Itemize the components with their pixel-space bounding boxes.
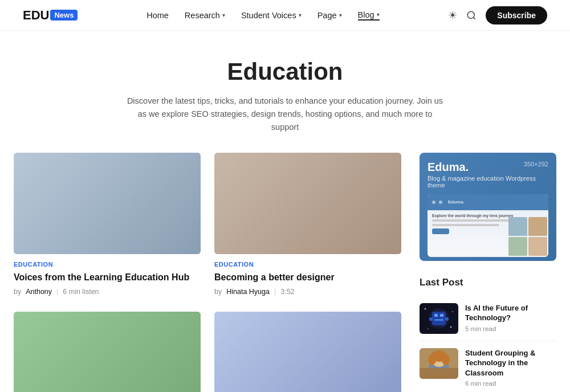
- article-meta: by Anthony | 6 min listen: [14, 288, 201, 296]
- svg-rect-36: [222, 312, 393, 392]
- svg-point-18: [266, 180, 282, 196]
- svg-rect-12: [39, 220, 176, 223]
- last-post-image: [420, 348, 458, 379]
- last-post-heading: Last Post: [420, 277, 556, 288]
- logo-edu-text: EDU: [23, 8, 49, 23]
- svg-point-67: [428, 354, 436, 365]
- svg-point-22: [346, 181, 361, 195]
- svg-rect-25: [22, 312, 193, 392]
- svg-rect-37: [222, 357, 393, 392]
- article-card: EDUCATION Voices from the Learning Educa…: [14, 153, 201, 296]
- last-post-item-meta: 5 min read: [465, 325, 556, 332]
- svg-point-30: [89, 340, 114, 365]
- theme-toggle-button[interactable]: ☀: [448, 9, 457, 22]
- svg-rect-53: [434, 314, 438, 317]
- sidebar: Eduma. 350×292 Blog & magazine education…: [420, 153, 556, 392]
- chevron-down-icon: ▾: [377, 11, 380, 18]
- sidebar-ad-preview: Eduma. Explore the world through my lens…: [427, 194, 548, 257]
- svg-rect-23: [239, 220, 376, 223]
- svg-point-31: [87, 337, 116, 357]
- svg-point-56: [429, 317, 433, 321]
- last-post-section: Last Post: [420, 277, 556, 392]
- nav-blog[interactable]: Blog ▾: [358, 10, 380, 21]
- last-post-image: [420, 303, 458, 334]
- svg-rect-15: [222, 164, 393, 169]
- svg-rect-2: [22, 153, 193, 254]
- svg-rect-3: [22, 153, 193, 254]
- svg-point-47: [321, 380, 340, 392]
- article-card: EDUCATION Do You Play Well With Other Ch…: [14, 312, 201, 392]
- svg-rect-52: [432, 312, 446, 325]
- article-image: [214, 312, 401, 392]
- svg-point-21: [342, 188, 365, 218]
- svg-rect-14: [222, 153, 393, 254]
- svg-rect-34: [110, 366, 118, 371]
- sidebar-ad: Eduma. 350×292 Blog & magazine education…: [420, 153, 556, 261]
- svg-rect-69: [420, 368, 458, 379]
- svg-point-57: [445, 317, 449, 321]
- nav-home[interactable]: Home: [146, 11, 169, 20]
- svg-rect-35: [222, 312, 393, 392]
- svg-point-8: [93, 184, 121, 218]
- nav-research[interactable]: Research ▾: [185, 11, 225, 20]
- hero-section: Education Discover the latest tips, tric…: [0, 31, 570, 153]
- sidebar-ad-brand: Eduma.: [427, 161, 469, 174]
- logo[interactable]: EDU News: [23, 8, 78, 23]
- svg-point-17: [261, 188, 286, 220]
- svg-rect-40: [314, 357, 331, 386]
- svg-rect-4: [22, 164, 193, 169]
- svg-rect-38: [268, 329, 348, 392]
- chevron-down-icon: ▾: [339, 12, 342, 18]
- article-author: Hinata Hyuga: [226, 288, 270, 296]
- last-post-item: Is AI the Future of Technology? 5 min re…: [420, 296, 556, 341]
- svg-point-45: [291, 373, 302, 385]
- svg-rect-13: [222, 153, 393, 254]
- last-post-item: Student Grouping & Technology in the Cla…: [420, 341, 556, 392]
- svg-point-9: [98, 175, 116, 193]
- svg-point-48: [325, 374, 336, 386]
- nav-page[interactable]: Page ▾: [317, 11, 342, 20]
- logo-news-badge: News: [50, 10, 78, 21]
- article-read-time: 6 min listen: [63, 288, 99, 296]
- article-image: [14, 312, 201, 392]
- article-image: [214, 153, 401, 254]
- svg-point-26: [33, 312, 79, 392]
- article-title[interactable]: Becoming a better designer: [214, 271, 401, 284]
- svg-point-68: [442, 354, 450, 365]
- svg-point-28: [73, 323, 141, 392]
- page-title: Education: [11, 58, 559, 85]
- svg-point-60: [427, 328, 429, 329]
- last-post-item-title[interactable]: Is AI the Future of Technology?: [465, 303, 556, 323]
- last-post-list: Is AI the Future of Technology? 5 min re…: [420, 296, 556, 392]
- svg-point-42: [256, 374, 268, 386]
- svg-point-7: [59, 180, 75, 196]
- header-actions: ☀ Subscribe: [448, 6, 547, 24]
- last-post-info: Is AI the Future of Technology? 5 min re…: [465, 303, 556, 332]
- last-post-item-title[interactable]: Student Grouping & Technology in the Cla…: [465, 348, 556, 378]
- article-category: EDUCATION: [14, 261, 201, 268]
- svg-rect-55: [434, 319, 443, 321]
- article-card: EDUCATION Becoming a better designer by …: [214, 153, 401, 296]
- sidebar-ad-dimensions: 350×292: [524, 161, 548, 168]
- svg-point-41: [253, 380, 271, 392]
- svg-point-20: [304, 175, 323, 193]
- main-nav: Home Research ▾ Student Voices ▾ Page ▾ …: [146, 10, 379, 21]
- svg-point-61: [450, 326, 452, 328]
- svg-point-32: [82, 344, 96, 362]
- article-image: [14, 153, 201, 254]
- search-button[interactable]: [466, 10, 477, 21]
- svg-point-6: [55, 188, 80, 220]
- svg-rect-54: [440, 314, 443, 317]
- header: EDU News Home Research ▾ Student Voices …: [0, 0, 570, 31]
- svg-line-46: [296, 371, 303, 383]
- svg-rect-39: [285, 357, 302, 386]
- hero-subtitle: Discover the latest tips, tricks, and tu…: [125, 95, 445, 134]
- svg-rect-24: [22, 312, 193, 392]
- article-title[interactable]: Voices from the Learning Education Hub: [14, 271, 201, 284]
- svg-point-59: [452, 311, 453, 312]
- svg-point-44: [287, 379, 306, 392]
- subscribe-button[interactable]: Subscribe: [486, 6, 547, 24]
- svg-point-33: [107, 344, 121, 362]
- last-post-item-meta: 6 min read: [465, 380, 556, 387]
- nav-student-voices[interactable]: Student Voices ▾: [241, 11, 302, 20]
